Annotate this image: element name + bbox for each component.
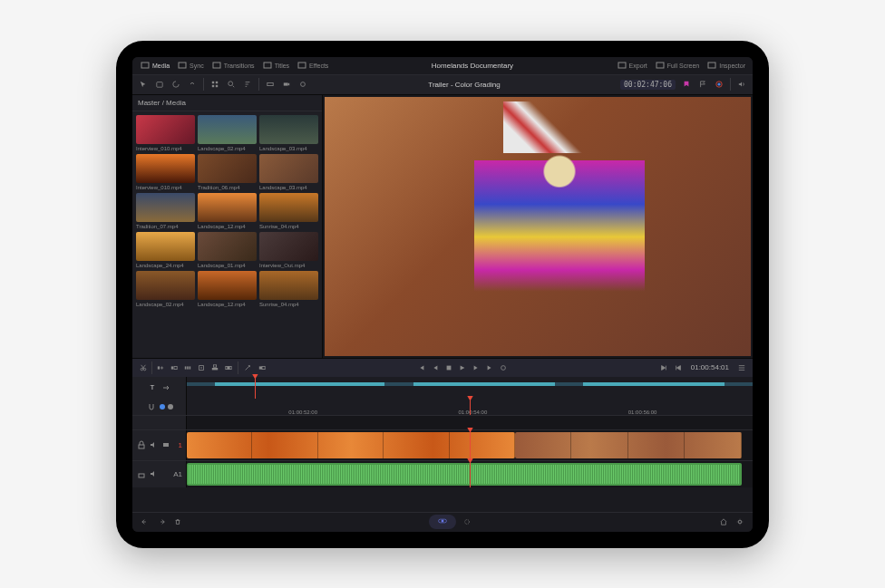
transitions-icon <box>211 60 222 71</box>
video-clip[interactable] <box>187 432 515 458</box>
tab-effects[interactable]: Effects <box>297 60 328 71</box>
close-up-icon[interactable] <box>196 362 207 373</box>
media-clip[interactable]: Interview_Out.mp4 <box>259 232 318 268</box>
media-clip[interactable]: Landscape_12.mp4 <box>198 271 257 307</box>
jump-end-icon[interactable] <box>484 362 495 373</box>
cut-icon[interactable] <box>138 362 149 373</box>
video-clip[interactable] <box>515 432 742 458</box>
transition-icon[interactable] <box>257 362 267 373</box>
tab-titles[interactable]: Titles <box>262 60 289 71</box>
gear-icon[interactable] <box>734 516 745 527</box>
media-clip[interactable]: Sunrise_04.mp4 <box>259 271 318 307</box>
media-clip[interactable]: Landscape_03.mp4 <box>259 115 318 151</box>
mute-icon[interactable] <box>149 468 160 479</box>
place-on-top-icon[interactable] <box>209 362 220 373</box>
camera-icon[interactable] <box>281 79 292 90</box>
boring-icon[interactable] <box>297 79 308 90</box>
audio-clip[interactable] <box>187 463 742 486</box>
marker-dot-icon[interactable] <box>168 404 173 410</box>
timecode-ruler[interactable]: 01:00:52:00 01:00:54:00 01:00:56:00 <box>187 399 753 415</box>
clip-thumbnail <box>198 271 257 300</box>
video-track-header: 1 <box>132 430 187 460</box>
media-clip[interactable]: Sunrise_04.mp4 <box>259 193 318 229</box>
trash-icon[interactable] <box>172 516 183 527</box>
goto-prev-icon[interactable] <box>673 362 684 373</box>
tool-icon[interactable] <box>242 362 253 373</box>
svg-rect-1 <box>179 63 186 68</box>
marker-icon[interactable] <box>681 79 692 90</box>
fullscreen-icon <box>655 60 666 71</box>
marker-dot-icon[interactable] <box>160 404 165 410</box>
cut-page-icon[interactable] <box>429 515 456 529</box>
video-track-content[interactable] <box>187 430 753 460</box>
arrow-tool-icon[interactable] <box>160 382 171 393</box>
text-tool-icon[interactable]: T <box>147 382 158 393</box>
home-icon[interactable] <box>718 516 729 527</box>
svg-rect-25 <box>187 366 189 369</box>
tab-media[interactable]: Media <box>140 60 170 71</box>
media-clip[interactable]: Landscape_02.mp4 <box>136 271 195 307</box>
playhead[interactable] <box>470 399 471 415</box>
action-inspector[interactable]: Inspector <box>706 60 745 71</box>
speaker-icon[interactable] <box>149 439 160 450</box>
media-breadcrumb[interactable]: Master / Media <box>132 95 322 111</box>
ripple-icon[interactable] <box>182 362 193 373</box>
media-clip[interactable]: Tradition_06.mp4 <box>198 154 257 190</box>
search-icon[interactable] <box>226 79 237 90</box>
overview-playhead[interactable] <box>255 377 256 399</box>
source-overwrite-icon[interactable] <box>223 362 234 373</box>
lock-icon[interactable] <box>136 468 147 479</box>
playhead-timecode: 01:00:54:01 <box>687 363 733 371</box>
project-title: Homelands Documentary <box>432 62 513 70</box>
refresh-icon[interactable] <box>170 79 181 90</box>
playhead[interactable] <box>470 461 471 487</box>
flag-icon[interactable] <box>697 79 708 90</box>
append-icon[interactable] <box>169 362 180 373</box>
media-clip[interactable]: Landscape_12.mp4 <box>198 193 257 229</box>
media-clip[interactable]: Landscape_01.mp4 <box>198 232 257 268</box>
stop-icon[interactable] <box>443 362 454 373</box>
play-icon[interactable] <box>457 362 468 373</box>
svg-rect-11 <box>212 85 214 87</box>
media-clip[interactable]: Tradition_07.mp4 <box>136 193 195 229</box>
next-icon[interactable] <box>471 362 481 373</box>
tab-sync[interactable]: Sync <box>177 60 204 71</box>
magnet-icon[interactable] <box>146 401 157 412</box>
link-icon[interactable] <box>187 79 198 90</box>
timeline-menu-icon[interactable] <box>736 362 747 373</box>
loop-icon[interactable] <box>498 362 509 373</box>
prev-icon[interactable] <box>430 362 441 373</box>
video-viewer[interactable] <box>325 97 751 356</box>
action-full-screen[interactable]: Full Screen <box>655 60 699 71</box>
color-wheel-icon[interactable] <box>714 79 725 90</box>
media-clip[interactable]: Landscape_24.mp4 <box>136 232 195 268</box>
clip-thumbnail <box>259 271 318 300</box>
svg-rect-15 <box>284 82 288 85</box>
clip-icon[interactable] <box>265 79 276 90</box>
settings-processing-icon[interactable] <box>462 516 472 527</box>
undo-icon[interactable] <box>140 516 151 527</box>
volume-icon[interactable] <box>736 79 747 90</box>
media-clip[interactable]: Interview_010.mp4 <box>136 115 195 151</box>
goto-next-icon[interactable] <box>658 362 669 373</box>
jump-start-icon[interactable] <box>416 362 427 373</box>
media-clip[interactable]: Landscape_02.mp4 <box>198 115 257 151</box>
audio-track-content[interactable] <box>187 461 753 487</box>
action-export[interactable]: Export <box>617 60 647 71</box>
clip-label: Tradition_06.mp4 <box>198 185 257 190</box>
sort-icon[interactable] <box>242 79 253 90</box>
tab-transitions[interactable]: Transitions <box>211 60 255 71</box>
svg-point-16 <box>301 82 306 87</box>
timeline-overview-ruler[interactable] <box>187 377 753 399</box>
redo-icon[interactable] <box>156 516 167 527</box>
pointer-icon[interactable] <box>138 79 149 90</box>
media-clip[interactable]: Interview_010.mp4 <box>136 154 195 190</box>
lock-icon[interactable] <box>136 439 147 450</box>
media-clip[interactable]: Landscape_03.mp4 <box>259 154 318 190</box>
smart-insert-icon[interactable] <box>155 362 166 373</box>
grid-view-icon[interactable] <box>209 79 220 90</box>
video-icon[interactable] <box>161 439 172 450</box>
media-pool-panel: Master / Media Interview_010.mp4Landscap… <box>132 95 323 358</box>
playhead[interactable] <box>470 430 471 460</box>
bin-icon[interactable] <box>154 79 165 90</box>
